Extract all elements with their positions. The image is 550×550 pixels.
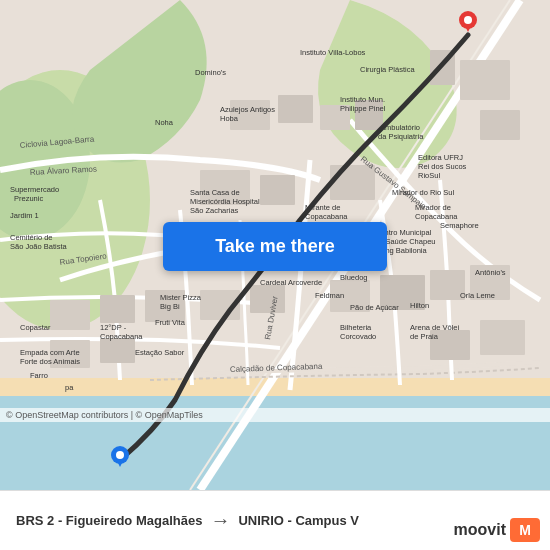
svg-text:Prezunic: Prezunic xyxy=(14,194,43,203)
take-me-there-button[interactable]: Take me there xyxy=(163,222,387,271)
svg-point-89 xyxy=(464,16,472,24)
svg-text:Semaphore: Semaphore xyxy=(440,221,479,230)
svg-text:Copacabana: Copacabana xyxy=(305,212,348,221)
svg-text:Estação Sabor: Estação Sabor xyxy=(135,348,185,357)
svg-text:Copacabana: Copacabana xyxy=(415,212,458,221)
svg-rect-24 xyxy=(100,295,135,323)
svg-text:Hoba: Hoba xyxy=(220,114,239,123)
svg-text:Mister Pizza: Mister Pizza xyxy=(160,293,202,302)
svg-text:Feldman: Feldman xyxy=(315,291,344,300)
map-container: Ciclovia Lagoa-Barra Rua Álvaro Ramos Ru… xyxy=(0,0,550,490)
svg-text:Misericórdia Hospital: Misericórdia Hospital xyxy=(190,197,260,206)
svg-text:São Zacharias: São Zacharias xyxy=(190,206,239,215)
svg-text:Orla Leme: Orla Leme xyxy=(460,291,495,300)
svg-text:Domino's: Domino's xyxy=(195,68,226,77)
svg-rect-11 xyxy=(480,110,520,140)
svg-rect-27 xyxy=(100,338,135,363)
svg-text:Instituto Mun.: Instituto Mun. xyxy=(340,95,385,104)
svg-rect-1 xyxy=(0,390,550,490)
svg-text:Cardeal Arcoverde: Cardeal Arcoverde xyxy=(260,278,322,287)
svg-text:Fruti Vita: Fruti Vita xyxy=(155,318,186,327)
svg-text:Forte dos Animais: Forte dos Animais xyxy=(20,357,80,366)
route-arrow-icon: → xyxy=(210,509,230,532)
route-to-label: UNIRIO - Campus V xyxy=(238,513,359,528)
svg-text:Bilheteria: Bilheteria xyxy=(340,323,372,332)
svg-text:Mirador do Rio Sul: Mirador do Rio Sul xyxy=(392,188,454,197)
svg-text:Mirante de: Mirante de xyxy=(305,203,340,212)
svg-text:Noha: Noha xyxy=(155,118,174,127)
svg-text:Cirurgia Plástica: Cirurgia Plástica xyxy=(360,65,415,74)
svg-text:Copastar: Copastar xyxy=(20,323,51,332)
svg-rect-13 xyxy=(260,175,295,205)
route-from-label: BRS 2 - Figueiredo Magalhães xyxy=(16,513,202,528)
svg-text:Jardim 1: Jardim 1 xyxy=(10,211,39,220)
svg-point-92 xyxy=(116,451,124,459)
svg-text:Arena de Vôlei: Arena de Vôlei xyxy=(410,323,460,332)
svg-text:Antônio's: Antônio's xyxy=(475,268,506,277)
svg-text:Azulejos Antigos: Azulejos Antigos xyxy=(220,105,275,114)
moovit-text: moovit xyxy=(454,521,506,539)
svg-text:Mirador de: Mirador de xyxy=(415,203,451,212)
svg-text:da Psiquiatria: da Psiquiatria xyxy=(378,132,424,141)
svg-rect-23 xyxy=(50,300,90,330)
svg-text:Copacabana: Copacabana xyxy=(100,332,143,341)
moovit-icon: M xyxy=(510,518,540,542)
svg-text:Santa Casa de: Santa Casa de xyxy=(190,188,240,197)
svg-text:Ambulatório: Ambulatório xyxy=(380,123,420,132)
svg-text:de Praia: de Praia xyxy=(410,332,439,341)
svg-rect-9 xyxy=(460,60,510,100)
svg-text:Editora UFRJ: Editora UFRJ xyxy=(418,153,463,162)
svg-text:Bluedog: Bluedog xyxy=(340,273,368,282)
svg-rect-6 xyxy=(278,95,313,123)
svg-text:Instituto Villa-Lobos: Instituto Villa-Lobos xyxy=(300,48,366,57)
svg-text:Big Bi: Big Bi xyxy=(160,302,180,311)
svg-text:Cemitério de: Cemitério de xyxy=(10,233,53,242)
svg-text:Pão de Açúcar: Pão de Açúcar xyxy=(350,303,399,312)
svg-text:M: M xyxy=(519,522,531,538)
moovit-logo: moovit M xyxy=(454,518,540,542)
svg-text:Hilton: Hilton xyxy=(410,301,429,310)
svg-text:Rei dos Sucos: Rei dos Sucos xyxy=(418,162,467,171)
svg-text:Farro: Farro xyxy=(30,371,48,380)
svg-text:São João Batista: São João Batista xyxy=(10,242,68,251)
svg-text:Supermercado: Supermercado xyxy=(10,185,59,194)
svg-text:Corcovado: Corcovado xyxy=(340,332,376,341)
svg-text:12°DP -: 12°DP - xyxy=(100,323,127,332)
map-attribution: © OpenStreetMap contributors | © OpenMap… xyxy=(0,408,550,422)
svg-rect-14 xyxy=(330,165,375,200)
svg-rect-21 xyxy=(480,320,525,355)
svg-text:Empada com Arte: Empada com Arte xyxy=(20,348,80,357)
bottom-bar: BRS 2 - Figueiredo Magalhães → UNIRIO - … xyxy=(0,490,550,550)
svg-text:pa: pa xyxy=(65,383,74,392)
svg-text:Philippe Pinel: Philippe Pinel xyxy=(340,104,386,113)
svg-text:RioSul: RioSul xyxy=(418,171,440,180)
